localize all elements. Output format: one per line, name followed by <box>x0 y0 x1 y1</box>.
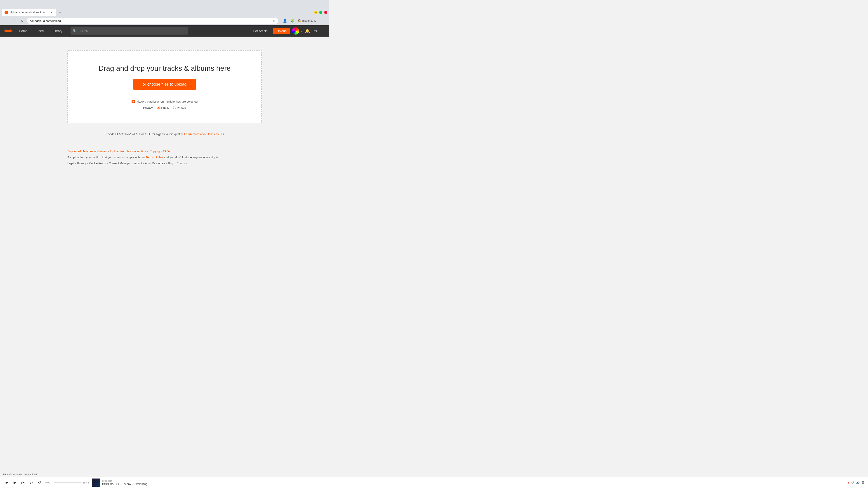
incognito-badge[interactable]: 🕵️ Incognito (2) <box>296 19 319 23</box>
playlist-checkbox[interactable] <box>131 100 135 103</box>
info-text-static: Provide FLAC, WAV, ALAC, or AIFF for hig… <box>104 132 183 136</box>
svg-rect-2 <box>5 29 6 32</box>
refresh-button[interactable]: ↻ <box>19 18 25 24</box>
avatar-image <box>292 27 299 35</box>
header-right: For Artists Upload ▾ 🔔 ✉ ⋯ <box>250 27 326 35</box>
public-label: Public <box>161 106 169 109</box>
privacy-link[interactable]: Privacy <box>77 162 86 165</box>
footer-sep-2: - <box>147 150 148 153</box>
tab-close-button[interactable]: ✕ <box>50 11 53 14</box>
bookmark-icon[interactable]: ☆ <box>272 19 275 23</box>
nav-feed[interactable]: Feed <box>32 25 48 37</box>
lossless-hd-link[interactable]: Learn more about lossless HD. <box>184 132 224 136</box>
tos-end-text: and you don't infringe anyone else's rig… <box>164 156 219 159</box>
svg-rect-3 <box>6 30 7 32</box>
address-bar: ← → ↻ soundcloud.com/upload ☆ 👤 🧩 🕵️ Inc… <box>0 16 329 25</box>
troubleshooting-link[interactable]: Upload troubleshooting tips <box>110 150 146 153</box>
charts-link[interactable]: Charts <box>177 162 185 165</box>
main-nav: Home Feed Library <box>14 25 67 37</box>
misc-sep-8: - <box>186 162 187 165</box>
address-icons: ☆ <box>272 19 275 23</box>
upload-button[interactable]: Upload <box>273 28 290 34</box>
tab-bar: Upload your music & audio an... ✕ + — □ … <box>0 8 329 16</box>
svg-rect-5 <box>8 30 9 32</box>
svg-rect-4 <box>7 30 8 32</box>
close-button[interactable]: ✕ <box>324 11 327 14</box>
browser-actions: 👤 🧩 🕵️ Incognito (2) ⋮ <box>282 18 327 24</box>
search-input[interactable] <box>79 29 186 33</box>
artist-resources-link[interactable]: Artist Resources <box>145 162 165 165</box>
privacy-row: Privacy: Public Private <box>77 106 252 109</box>
title-bar <box>0 0 329 8</box>
supported-file-types-link[interactable]: Supported file types and sizes <box>67 150 106 153</box>
svg-rect-0 <box>4 31 4 32</box>
upload-dropzone[interactable]: Drag and drop your tracks & albums here … <box>67 50 262 123</box>
playlist-checkbox-row: Make a playlist when multiple files are … <box>77 100 252 103</box>
misc-sep-3: - <box>107 162 107 165</box>
avatar-dropdown-icon[interactable]: ▾ <box>301 30 302 32</box>
misc-sep-6: - <box>166 162 167 165</box>
url-bar[interactable]: soundcloud.com/upload ☆ <box>27 18 278 24</box>
for-artists-link[interactable]: For Artists <box>250 29 271 33</box>
more-options-button[interactable]: ⋮ <box>320 18 327 24</box>
svg-rect-6 <box>9 30 10 32</box>
incognito-icon: 🕵️ <box>298 19 301 22</box>
nav-home[interactable]: Home <box>14 25 32 37</box>
svg-rect-7 <box>10 29 11 32</box>
cookie-policy-link[interactable]: Cookie Policy <box>89 162 106 165</box>
upload-footer: Supported file types and sizes - Upload … <box>67 145 262 165</box>
footer-tos-text: By uploading, you confirm that your soun… <box>67 156 262 159</box>
private-radio[interactable] <box>173 106 176 109</box>
imprint-link[interactable]: Imprint <box>133 162 142 165</box>
upload-container: Drag and drop your tracks & albums here … <box>63 37 266 173</box>
extensions-icon[interactable]: 🧩 <box>289 18 295 24</box>
soundcloud-header: Home Feed Library 🔍 For Artists Upload ▾… <box>0 25 329 37</box>
playlist-checkbox-label[interactable]: Make a playlist when multiple files are … <box>136 100 197 103</box>
minimize-button[interactable]: — <box>314 11 317 14</box>
soundcloud-app: Home Feed Library 🔍 For Artists Upload ▾… <box>0 25 329 173</box>
url-text: soundcloud.com/upload <box>30 19 271 23</box>
drag-drop-title: Drag and drop your tracks & albums here <box>77 64 252 72</box>
misc-sep-4: - <box>131 162 132 165</box>
incognito-label: Incognito (2) <box>302 19 317 22</box>
search-bar[interactable]: 🔍 <box>70 27 188 35</box>
footer-misc-links: Legal - Privacy - Cookie Policy - Consen… <box>67 162 262 165</box>
maximize-button[interactable]: □ <box>319 11 322 14</box>
active-tab[interactable]: Upload your music & audio an... ✕ <box>2 9 56 16</box>
privacy-label: Privacy: <box>143 106 153 109</box>
soundcloud-logo[interactable] <box>4 29 13 33</box>
browser-chrome: Upload your music & audio an... ✕ + — □ … <box>0 0 329 25</box>
misc-sep-2: - <box>87 162 88 165</box>
tab-favicon <box>4 11 8 14</box>
forward-button[interactable]: → <box>11 18 17 24</box>
more-options-icon[interactable]: ⋯ <box>320 28 326 34</box>
terms-of-use-link[interactable]: Terms of Use <box>146 156 163 159</box>
notifications-icon[interactable]: 🔔 <box>304 28 311 34</box>
window-controls: — □ ✕ <box>314 11 327 14</box>
svg-rect-8 <box>11 30 11 32</box>
svg-rect-1 <box>4 30 5 32</box>
private-option[interactable]: Private <box>173 106 186 109</box>
public-radio[interactable] <box>157 106 160 109</box>
new-tab-button[interactable]: + <box>57 9 63 15</box>
footer-sep-1: - <box>108 150 109 153</box>
back-button[interactable]: ← <box>3 18 9 24</box>
privacy-radio-group: Public Private <box>157 106 186 109</box>
svg-rect-9 <box>12 31 12 32</box>
messages-icon[interactable]: ✉ <box>313 28 318 34</box>
tab-title: Upload your music & audio an... <box>10 11 48 14</box>
misc-sep-7: - <box>175 162 176 165</box>
blog-link[interactable]: Blog <box>168 162 174 165</box>
user-avatar[interactable] <box>292 27 299 35</box>
profile-icon[interactable]: 👤 <box>282 18 288 24</box>
private-label: Private <box>177 106 186 109</box>
misc-sep-1: - <box>75 162 76 165</box>
upload-info-text: Provide FLAC, WAV, ALAC, or AIFF for hig… <box>67 132 262 136</box>
legal-link[interactable]: Legal <box>67 162 74 165</box>
choose-files-button[interactable]: or choose files to upload <box>133 79 195 90</box>
footer-links-row: Supported file types and sizes - Upload … <box>67 150 262 153</box>
consent-manager-link[interactable]: Consent Manager <box>109 162 130 165</box>
copyright-faqs-link[interactable]: Copyright FAQs <box>150 150 170 153</box>
public-option[interactable]: Public <box>157 106 169 109</box>
nav-library[interactable]: Library <box>48 25 67 37</box>
